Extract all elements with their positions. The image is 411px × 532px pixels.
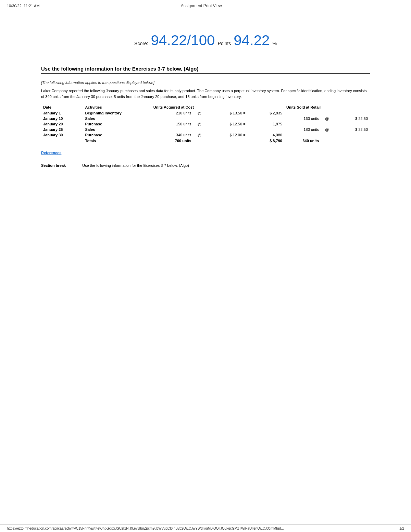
row5-at2 [321, 132, 333, 138]
section-break-label: Section break [41, 163, 82, 168]
row3-price-sold [333, 121, 370, 127]
totals-at2 [321, 138, 333, 144]
row3-at2 [321, 121, 333, 127]
row4-at1 [193, 127, 206, 132]
row1-at1: @ [193, 110, 206, 116]
row4-total-acq [248, 127, 284, 132]
totals-at1 [193, 138, 206, 144]
header-units-sold: Units Sold at Retail [284, 104, 370, 110]
row5-activity: Purchase [83, 132, 151, 138]
score-label: Score: [134, 41, 148, 46]
row2-date: January 10 [41, 116, 83, 121]
italic-note: [The following information applies to th… [41, 81, 370, 85]
row3-units-sold [284, 121, 321, 127]
row4-units-acq [151, 127, 194, 132]
row3-activity: Purchase [83, 121, 151, 127]
row1-date: January 1 [41, 110, 83, 116]
section-break-row: Section break Use the following informat… [41, 163, 370, 168]
row1-total-acq: $ 2,835 [248, 110, 284, 116]
score-value: 94.22/100 [151, 32, 215, 49]
datetime-label: 10/30/22, 11:21 AM [7, 4, 39, 8]
row5-date: January 30 [41, 132, 83, 138]
row4-price-sold: $ 22.50 [333, 127, 370, 132]
row1-activity: Beginning Inventory [83, 110, 151, 116]
row3-at1: @ [193, 121, 206, 127]
row3-date: January 20 [41, 121, 83, 127]
inventory-table: Date Activities Units Acquired at Cost U… [41, 104, 370, 144]
row2-activity: Sales [83, 116, 151, 121]
totals-row: Totals 700 units $ 8,790 340 units [41, 138, 370, 144]
row4-date: January 25 [41, 127, 83, 132]
score-section: Score:94.22/100Points94.22% [41, 25, 370, 55]
totals-units-acq: 700 units [151, 138, 194, 144]
totals-price-acq [206, 138, 248, 144]
row2-units-sold: 160 units [284, 116, 321, 121]
row2-total-acq [248, 116, 284, 121]
section-break-text: Use the following information for the Ex… [82, 163, 189, 168]
footer-url: https://ezto.mheducation.com/api/caa/act… [7, 527, 284, 530]
totals-total-acq: $ 8,790 [248, 138, 284, 144]
top-bar: 10/30/22, 11:21 AM Assignment Print View [0, 0, 411, 12]
table-row: January 1 Beginning Inventory 210 units … [41, 110, 370, 116]
score-percent-value: 94.22 [234, 32, 270, 49]
row4-at2: @ [321, 127, 333, 132]
row4-activity: Sales [83, 127, 151, 132]
table-row: January 20 Purchase 150 units @ $ 12.50 … [41, 121, 370, 127]
totals-units-sold: 340 units [284, 138, 321, 144]
row3-price-acq: $ 12.50 = [206, 121, 248, 127]
row5-price-sold [333, 132, 370, 138]
header-units-acquired: Units Acquired at Cost [151, 104, 284, 110]
main-content: Score:94.22/100Points94.22% Use the foll… [0, 12, 411, 181]
totals-price-sold [333, 138, 370, 144]
row2-units-acq [151, 116, 194, 121]
row2-price-acq [206, 116, 248, 121]
totals-activity-label: Totals [83, 138, 151, 144]
score-percent-sign: % [272, 41, 276, 46]
bottom-bar: https://ezto.mheducation.com/api/caa/act… [0, 524, 411, 532]
references-section: References [41, 150, 370, 160]
section-title: Use the following information for the Ex… [41, 66, 370, 74]
table-row: January 25 Sales 180 units @ $ 22.50 [41, 127, 370, 132]
table-row: January 10 Sales 160 units @ $ 22.50 [41, 116, 370, 121]
row1-units-acq: 210 units [151, 110, 194, 116]
description-text: Laker Company reported the following Jan… [41, 88, 370, 99]
row1-price-sold [333, 110, 370, 116]
row5-price-acq: $ 12.00 = [206, 132, 248, 138]
header-activity: Activities [83, 104, 151, 110]
page-title: Assignment Print View [181, 3, 222, 8]
row1-at2 [321, 110, 333, 116]
row5-units-acq: 340 units [151, 132, 194, 138]
row4-price-acq [206, 127, 248, 132]
references-link[interactable]: References [41, 151, 61, 155]
row5-units-sold [284, 132, 321, 138]
row1-units-sold [284, 110, 321, 116]
row2-at1 [193, 116, 206, 121]
row1-price-acq: $ 13.50 = [206, 110, 248, 116]
header-date: Date [41, 104, 83, 110]
row2-price-sold: $ 22.50 [333, 116, 370, 121]
row5-at1: @ [193, 132, 206, 138]
row4-units-sold: 180 units [284, 127, 321, 132]
score-points-label: Points [217, 41, 231, 46]
table-row: January 30 Purchase 340 units @ $ 12.00 … [41, 132, 370, 138]
totals-label [41, 138, 83, 144]
row3-total-acq: 1,875 [248, 121, 284, 127]
row3-units-acq: 150 units [151, 121, 194, 127]
row2-at2: @ [321, 116, 333, 121]
footer-page: 1/2 [399, 527, 404, 530]
row5-total-acq: 4,080 [248, 132, 284, 138]
